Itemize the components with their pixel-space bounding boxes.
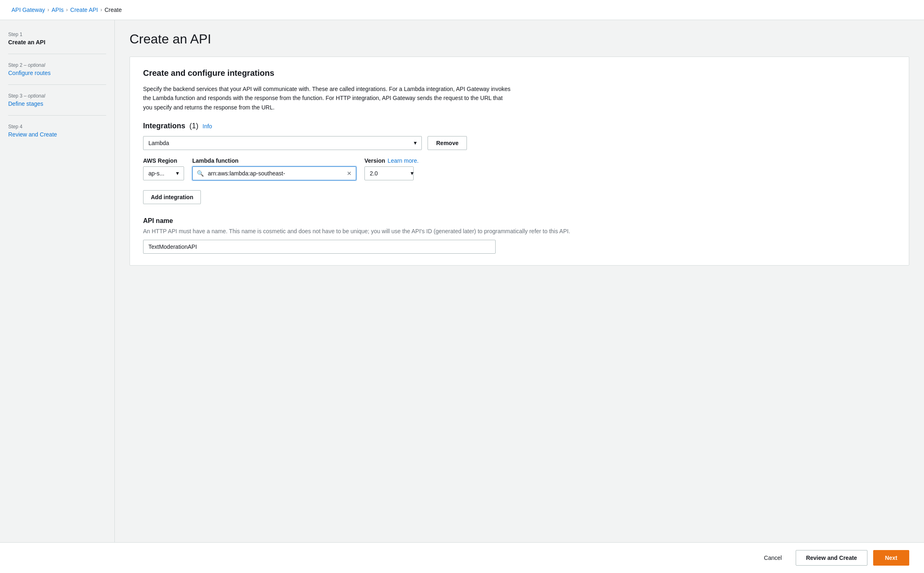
- configure-routes-link[interactable]: Configure routes: [8, 70, 51, 76]
- step-2-title[interactable]: Configure routes: [8, 70, 106, 76]
- api-name-section: API name An HTTP API must have a name. T…: [143, 217, 896, 254]
- review-create-link[interactable]: Review and Create: [8, 131, 57, 138]
- version-label-row: Version Learn more.: [364, 157, 419, 164]
- api-name-description: An HTTP API must have a name. This name …: [143, 227, 896, 236]
- page-title: Create an API: [130, 32, 909, 47]
- footer-bar: Cancel Review and Create Next: [0, 542, 924, 573]
- aws-region-select[interactable]: ap-s... us-east-1 eu-west-1: [143, 166, 184, 180]
- version-label: Version: [364, 157, 385, 164]
- version-group: Version Learn more. 2.0 1.0 ▼: [364, 157, 419, 180]
- api-name-input[interactable]: [143, 240, 496, 254]
- integrations-count: (1): [189, 122, 198, 130]
- card-description: Specify the backend services that your A…: [143, 84, 512, 112]
- sidebar: Step 1 Create an API Step 2 – optional C…: [0, 20, 115, 572]
- review-and-create-button[interactable]: Review and Create: [796, 550, 867, 566]
- aws-region-label: AWS Region: [143, 157, 184, 164]
- step-1-label: Step 1: [8, 32, 106, 37]
- next-button[interactable]: Next: [873, 550, 909, 566]
- define-stages-link[interactable]: Define stages: [8, 100, 43, 107]
- breadcrumb-sep-3: ›: [100, 7, 102, 13]
- integration-type-wrapper: Lambda HTTP ▼: [143, 136, 422, 150]
- integrations-header: Integrations (1) Info: [143, 122, 896, 130]
- api-name-label: API name: [143, 217, 896, 225]
- integrations-label: Integrations: [143, 122, 185, 130]
- step-3-label: Step 3 – optional: [8, 93, 106, 99]
- step-4-title[interactable]: Review and Create: [8, 131, 106, 138]
- cancel-button[interactable]: Cancel: [756, 551, 790, 564]
- lambda-search-wrapper: 🔍 ✕: [192, 166, 356, 180]
- step-2-label: Step 2 – optional: [8, 62, 106, 68]
- breadcrumb-create-api[interactable]: Create API: [70, 7, 98, 13]
- add-integration-button[interactable]: Add integration: [143, 190, 201, 204]
- aws-region-select-wrapper: ap-s... us-east-1 eu-west-1 ▼: [143, 166, 184, 180]
- integration-type-row: Lambda HTTP ▼ Remove: [143, 136, 896, 150]
- info-link[interactable]: Info: [203, 123, 212, 130]
- remove-button[interactable]: Remove: [428, 136, 467, 150]
- step-4-label: Step 4: [8, 124, 106, 130]
- lambda-function-input[interactable]: [208, 167, 343, 180]
- version-select-wrapper: 2.0 1.0 ▼: [364, 166, 419, 180]
- lambda-function-group: Lambda function 🔍 ✕: [192, 157, 356, 180]
- breadcrumb: API Gateway › APIs › Create API › Create: [0, 0, 924, 20]
- create-api-card: Create and configure integrations Specif…: [130, 57, 909, 266]
- step-1-title: Create an API: [8, 39, 106, 45]
- aws-region-group: AWS Region ap-s... us-east-1 eu-west-1 ▼: [143, 157, 184, 180]
- main-content: Create an API Create and configure integ…: [115, 20, 924, 572]
- card-title: Create and configure integrations: [143, 68, 896, 78]
- breadcrumb-api-gateway[interactable]: API Gateway: [11, 7, 45, 13]
- lambda-function-label: Lambda function: [192, 157, 356, 164]
- search-icon: 🔍: [193, 167, 208, 180]
- integration-fields: AWS Region ap-s... us-east-1 eu-west-1 ▼…: [143, 157, 896, 180]
- sidebar-step-2: Step 2 – optional Configure routes: [8, 62, 106, 85]
- lambda-clear-button[interactable]: ✕: [343, 167, 356, 180]
- sidebar-step-1: Step 1 Create an API: [8, 32, 106, 54]
- breadcrumb-apis[interactable]: APIs: [52, 7, 64, 13]
- version-select[interactable]: 2.0 1.0: [364, 166, 414, 180]
- breadcrumb-sep-2: ›: [66, 7, 68, 13]
- learn-more-link[interactable]: Learn more.: [388, 157, 419, 164]
- sidebar-step-3: Step 3 – optional Define stages: [8, 93, 106, 116]
- sidebar-step-4: Step 4 Review and Create: [8, 124, 106, 146]
- integration-type-select[interactable]: Lambda HTTP: [143, 136, 422, 150]
- breadcrumb-current: Create: [105, 7, 122, 13]
- breadcrumb-sep-1: ›: [48, 7, 49, 13]
- step-3-title[interactable]: Define stages: [8, 100, 106, 107]
